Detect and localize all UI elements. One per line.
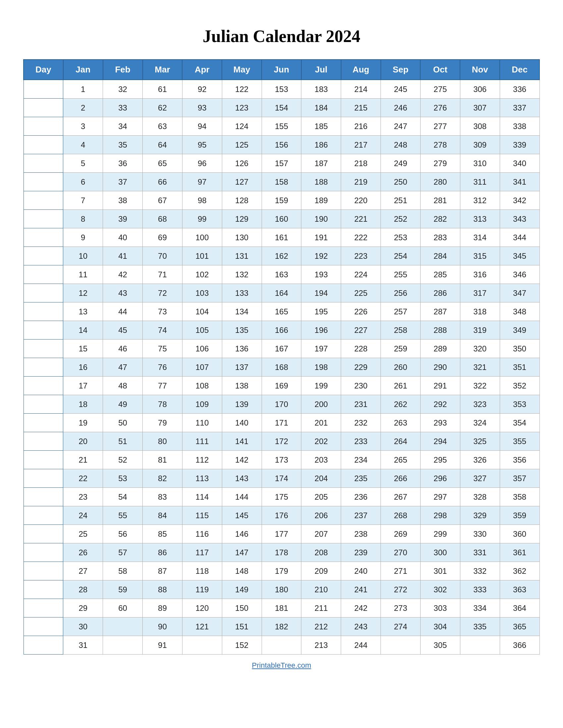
cell-jan: 20	[63, 432, 103, 451]
cell-feb: 48	[103, 377, 143, 395]
cell-oct: 301	[420, 562, 460, 580]
cell-nov: 327	[460, 469, 500, 488]
cell-apr: 103	[182, 284, 222, 302]
day-cell: 13	[23, 302, 63, 321]
cell-feb: 39	[103, 210, 143, 228]
cell-dec: 345	[500, 247, 540, 265]
cell-jan: 11	[63, 265, 103, 284]
cell-mar: 64	[143, 136, 182, 154]
cell-may: 149	[222, 580, 261, 599]
cell-jun: 165	[261, 302, 302, 321]
cell-jul: 186	[302, 136, 341, 154]
cell-apr: 107	[182, 358, 222, 377]
cell-apr: 99	[182, 210, 222, 228]
cell-apr: 104	[182, 302, 222, 321]
cell-jun: 163	[261, 265, 302, 284]
cell-sep: 266	[381, 469, 421, 488]
cell-dec: 354	[500, 414, 540, 432]
cell-may: 126	[222, 154, 261, 173]
cell-dec: 342	[500, 191, 540, 210]
day-cell: 23	[23, 488, 63, 506]
cell-nov: 320	[460, 340, 500, 358]
cell-mar: 88	[143, 580, 182, 599]
cell-oct: 285	[420, 265, 460, 284]
cell-aug: 216	[341, 117, 381, 136]
cell-sep: 274	[381, 617, 421, 636]
cell-apr: 109	[182, 395, 222, 414]
cell-sep: 256	[381, 284, 421, 302]
cell-aug: 232	[341, 414, 381, 432]
cell-oct: 290	[420, 358, 460, 377]
cell-jun: 166	[261, 321, 302, 340]
cell-nov	[460, 636, 500, 655]
header-mar: Mar	[143, 60, 182, 80]
cell-sep: 269	[381, 525, 421, 543]
cell-aug: 227	[341, 321, 381, 340]
cell-mar: 83	[143, 488, 182, 506]
cell-may: 127	[222, 173, 261, 191]
cell-sep: 259	[381, 340, 421, 358]
header-sep: Sep	[381, 60, 421, 80]
cell-jun	[261, 636, 302, 655]
cell-mar: 73	[143, 302, 182, 321]
cell-jun: 161	[261, 228, 302, 247]
cell-jan: 31	[63, 636, 103, 655]
cell-jul: 183	[302, 80, 341, 99]
cell-sep: 250	[381, 173, 421, 191]
cell-nov: 334	[460, 599, 500, 617]
footer-link[interactable]: PrintableTree.com	[252, 661, 311, 670]
table-row: 25255685116146177207238269299330360	[23, 525, 540, 543]
cell-sep: 248	[381, 136, 421, 154]
cell-dec: 361	[500, 543, 540, 562]
cell-jun: 180	[261, 580, 302, 599]
cell-oct: 280	[420, 173, 460, 191]
table-row: 66376697127158188219250280311341	[23, 173, 540, 191]
header-may: May	[222, 60, 261, 80]
cell-aug: 230	[341, 377, 381, 395]
day-cell: 10	[23, 247, 63, 265]
cell-apr: 93	[182, 99, 222, 117]
cell-nov: 323	[460, 395, 500, 414]
cell-may: 137	[222, 358, 261, 377]
cell-dec: 349	[500, 321, 540, 340]
day-cell: 22	[23, 469, 63, 488]
cell-jun: 181	[261, 599, 302, 617]
cell-jun: 153	[261, 80, 302, 99]
cell-sep: 273	[381, 599, 421, 617]
cell-jul: 200	[302, 395, 341, 414]
cell-nov: 313	[460, 210, 500, 228]
cell-oct: 300	[420, 543, 460, 562]
cell-apr: 110	[182, 414, 222, 432]
cell-jul: 188	[302, 173, 341, 191]
cell-apr: 95	[182, 136, 222, 154]
cell-jul: 211	[302, 599, 341, 617]
table-row: 14144574105135166196227258288319349	[23, 321, 540, 340]
cell-feb: 59	[103, 580, 143, 599]
table-row: 33346394124155185216247277308338	[23, 117, 540, 136]
cell-nov: 311	[460, 173, 500, 191]
cell-dec: 359	[500, 506, 540, 525]
cell-mar: 66	[143, 173, 182, 191]
day-cell: 26	[23, 543, 63, 562]
cell-aug: 215	[341, 99, 381, 117]
cell-may: 124	[222, 117, 261, 136]
day-cell: 11	[23, 265, 63, 284]
cell-mar: 68	[143, 210, 182, 228]
cell-nov: 321	[460, 358, 500, 377]
cell-may: 122	[222, 80, 261, 99]
cell-may: 147	[222, 543, 261, 562]
cell-feb: 35	[103, 136, 143, 154]
day-cell: 28	[23, 580, 63, 599]
header-apr: Apr	[182, 60, 222, 80]
cell-feb: 52	[103, 451, 143, 469]
table-row: 17174877108138169199230261291322352	[23, 377, 540, 395]
cell-apr: 94	[182, 117, 222, 136]
cell-apr: 118	[182, 562, 222, 580]
cell-oct: 289	[420, 340, 460, 358]
cell-jun: 158	[261, 173, 302, 191]
cell-dec: 350	[500, 340, 540, 358]
cell-may: 142	[222, 451, 261, 469]
cell-mar: 61	[143, 80, 182, 99]
cell-aug: 218	[341, 154, 381, 173]
table-row: 313191152213244305366	[23, 636, 540, 655]
